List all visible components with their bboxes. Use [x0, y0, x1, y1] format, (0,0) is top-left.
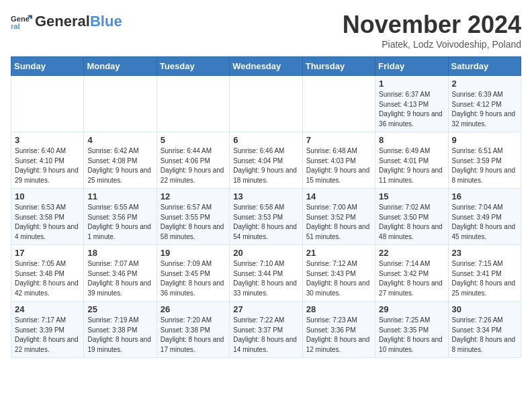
- calendar-body: 1Sunrise: 6:37 AM Sunset: 4:13 PM Daylig…: [11, 76, 521, 358]
- day-detail: Sunrise: 7:25 AM Sunset: 3:35 PM Dayligh…: [379, 316, 444, 355]
- calendar-week-row: 3Sunrise: 6:40 AM Sunset: 4:10 PM Daylig…: [11, 132, 521, 189]
- header-row: SundayMondayTuesdayWednesdayThursdayFrid…: [11, 57, 521, 76]
- day-number: 4: [87, 135, 152, 145]
- calendar-cell: 24Sunrise: 7:17 AM Sunset: 3:39 PM Dayli…: [11, 302, 84, 358]
- calendar-cell: 6Sunrise: 6:46 AM Sunset: 4:04 PM Daylig…: [230, 132, 302, 189]
- day-number: 9: [452, 135, 517, 145]
- calendar-week-row: 24Sunrise: 7:17 AM Sunset: 3:39 PM Dayli…: [11, 302, 521, 358]
- day-detail: Sunrise: 7:15 AM Sunset: 3:41 PM Dayligh…: [452, 259, 517, 298]
- calendar-cell: 25Sunrise: 7:19 AM Sunset: 3:38 PM Dayli…: [84, 302, 157, 358]
- day-number: 11: [87, 191, 152, 201]
- calendar-cell: 9Sunrise: 6:51 AM Sunset: 3:59 PM Daylig…: [448, 132, 521, 189]
- day-detail: Sunrise: 6:40 AM Sunset: 4:10 PM Dayligh…: [15, 146, 80, 185]
- day-detail: Sunrise: 6:49 AM Sunset: 4:01 PM Dayligh…: [379, 146, 444, 185]
- day-detail: Sunrise: 7:10 AM Sunset: 3:44 PM Dayligh…: [233, 259, 298, 298]
- day-detail: Sunrise: 6:53 AM Sunset: 3:58 PM Dayligh…: [15, 203, 80, 242]
- day-detail: Sunrise: 7:20 AM Sunset: 3:38 PM Dayligh…: [161, 316, 226, 355]
- calendar-cell: [157, 76, 229, 132]
- day-detail: Sunrise: 7:07 AM Sunset: 3:46 PM Dayligh…: [87, 259, 152, 298]
- day-number: 14: [306, 191, 371, 201]
- day-detail: Sunrise: 7:02 AM Sunset: 3:50 PM Dayligh…: [379, 203, 444, 242]
- header-day-monday: Monday: [84, 57, 157, 76]
- calendar-cell: 17Sunrise: 7:05 AM Sunset: 3:48 PM Dayli…: [11, 245, 84, 302]
- day-number: 26: [161, 304, 226, 314]
- day-detail: Sunrise: 7:12 AM Sunset: 3:43 PM Dayligh…: [306, 259, 371, 298]
- logo-icon: Gene ral: [11, 11, 32, 32]
- day-detail: Sunrise: 7:14 AM Sunset: 3:42 PM Dayligh…: [379, 259, 444, 298]
- day-number: 21: [306, 248, 371, 258]
- calendar-cell: 27Sunrise: 7:22 AM Sunset: 3:37 PM Dayli…: [230, 302, 302, 358]
- day-detail: Sunrise: 6:42 AM Sunset: 4:08 PM Dayligh…: [87, 146, 152, 185]
- calendar-cell: 18Sunrise: 7:07 AM Sunset: 3:46 PM Dayli…: [84, 245, 157, 302]
- header-day-wednesday: Wednesday: [230, 57, 302, 76]
- day-number: 28: [306, 304, 371, 314]
- day-number: 3: [15, 135, 80, 145]
- calendar-cell: 4Sunrise: 6:42 AM Sunset: 4:08 PM Daylig…: [84, 132, 157, 189]
- calendar-cell: 19Sunrise: 7:09 AM Sunset: 3:45 PM Dayli…: [157, 245, 229, 302]
- calendar-cell: 28Sunrise: 7:23 AM Sunset: 3:36 PM Dayli…: [302, 302, 375, 358]
- day-detail: Sunrise: 6:48 AM Sunset: 4:03 PM Dayligh…: [306, 146, 371, 185]
- day-detail: Sunrise: 7:22 AM Sunset: 3:37 PM Dayligh…: [233, 316, 298, 355]
- calendar-week-row: 17Sunrise: 7:05 AM Sunset: 3:48 PM Dayli…: [11, 245, 521, 302]
- calendar-cell: 13Sunrise: 6:58 AM Sunset: 3:53 PM Dayli…: [230, 189, 302, 245]
- title-block: November 2024 Piatek, Lodz Voivodeship, …: [343, 11, 521, 50]
- calendar-cell: 26Sunrise: 7:20 AM Sunset: 3:38 PM Dayli…: [157, 302, 229, 358]
- calendar-week-row: 1Sunrise: 6:37 AM Sunset: 4:13 PM Daylig…: [11, 76, 521, 132]
- day-detail: Sunrise: 6:37 AM Sunset: 4:13 PM Dayligh…: [379, 90, 444, 129]
- calendar-cell: 3Sunrise: 6:40 AM Sunset: 4:10 PM Daylig…: [11, 132, 84, 189]
- logo: Gene ral GeneralBlue: [11, 11, 122, 32]
- calendar-cell: 7Sunrise: 6:48 AM Sunset: 4:03 PM Daylig…: [302, 132, 375, 189]
- calendar-week-row: 10Sunrise: 6:53 AM Sunset: 3:58 PM Dayli…: [11, 189, 521, 245]
- svg-text:Gene: Gene: [11, 15, 30, 23]
- header-day-thursday: Thursday: [302, 57, 375, 76]
- calendar-cell: 12Sunrise: 6:57 AM Sunset: 3:55 PM Dayli…: [157, 189, 229, 245]
- day-detail: Sunrise: 7:19 AM Sunset: 3:38 PM Dayligh…: [87, 316, 152, 355]
- day-detail: Sunrise: 7:23 AM Sunset: 3:36 PM Dayligh…: [306, 316, 371, 355]
- calendar-cell: 16Sunrise: 7:04 AM Sunset: 3:49 PM Dayli…: [448, 189, 521, 245]
- day-number: 10: [15, 191, 80, 201]
- day-number: 12: [161, 191, 226, 201]
- calendar-cell: 20Sunrise: 7:10 AM Sunset: 3:44 PM Dayli…: [230, 245, 302, 302]
- day-detail: Sunrise: 6:51 AM Sunset: 3:59 PM Dayligh…: [452, 146, 517, 185]
- day-number: 30: [452, 304, 517, 314]
- day-number: 2: [452, 79, 517, 89]
- calendar-cell: 23Sunrise: 7:15 AM Sunset: 3:41 PM Dayli…: [448, 245, 521, 302]
- calendar-cell: [230, 76, 302, 132]
- calendar-cell: 1Sunrise: 6:37 AM Sunset: 4:13 PM Daylig…: [375, 76, 448, 132]
- day-number: 19: [161, 248, 226, 258]
- day-detail: Sunrise: 6:39 AM Sunset: 4:12 PM Dayligh…: [452, 90, 517, 129]
- calendar-cell: [11, 76, 84, 132]
- calendar-cell: [84, 76, 157, 132]
- page-header: Gene ral GeneralBlue November 2024 Piate…: [11, 11, 521, 50]
- day-number: 23: [452, 248, 517, 258]
- calendar-cell: 8Sunrise: 6:49 AM Sunset: 4:01 PM Daylig…: [375, 132, 448, 189]
- calendar-cell: 11Sunrise: 6:55 AM Sunset: 3:56 PM Dayli…: [84, 189, 157, 245]
- day-detail: Sunrise: 6:58 AM Sunset: 3:53 PM Dayligh…: [233, 203, 298, 242]
- calendar-cell: 10Sunrise: 6:53 AM Sunset: 3:58 PM Dayli…: [11, 189, 84, 245]
- day-number: 18: [87, 248, 152, 258]
- calendar-cell: 30Sunrise: 7:26 AM Sunset: 3:34 PM Dayli…: [448, 302, 521, 358]
- calendar-cell: 14Sunrise: 7:00 AM Sunset: 3:52 PM Dayli…: [302, 189, 375, 245]
- calendar-cell: 5Sunrise: 6:44 AM Sunset: 4:06 PM Daylig…: [157, 132, 229, 189]
- day-number: 1: [379, 79, 444, 89]
- calendar-header: SundayMondayTuesdayWednesdayThursdayFrid…: [11, 57, 521, 76]
- day-number: 17: [15, 248, 80, 258]
- day-number: 15: [379, 191, 444, 201]
- day-number: 22: [379, 248, 444, 258]
- logo-blue-text: Blue: [90, 13, 122, 30]
- day-detail: Sunrise: 7:00 AM Sunset: 3:52 PM Dayligh…: [306, 203, 371, 242]
- day-detail: Sunrise: 7:17 AM Sunset: 3:39 PM Dayligh…: [15, 316, 80, 355]
- day-detail: Sunrise: 7:04 AM Sunset: 3:49 PM Dayligh…: [452, 203, 517, 242]
- day-detail: Sunrise: 7:09 AM Sunset: 3:45 PM Dayligh…: [161, 259, 226, 298]
- day-number: 20: [233, 248, 298, 258]
- header-day-friday: Friday: [375, 57, 448, 76]
- header-day-sunday: Sunday: [11, 57, 84, 76]
- day-number: 13: [233, 191, 298, 201]
- day-number: 6: [233, 135, 298, 145]
- day-detail: Sunrise: 7:05 AM Sunset: 3:48 PM Dayligh…: [15, 259, 80, 298]
- calendar-cell: 29Sunrise: 7:25 AM Sunset: 3:35 PM Dayli…: [375, 302, 448, 358]
- calendar-cell: 2Sunrise: 6:39 AM Sunset: 4:12 PM Daylig…: [448, 76, 521, 132]
- day-number: 24: [15, 304, 80, 314]
- header-day-tuesday: Tuesday: [157, 57, 229, 76]
- day-detail: Sunrise: 6:44 AM Sunset: 4:06 PM Dayligh…: [161, 146, 226, 185]
